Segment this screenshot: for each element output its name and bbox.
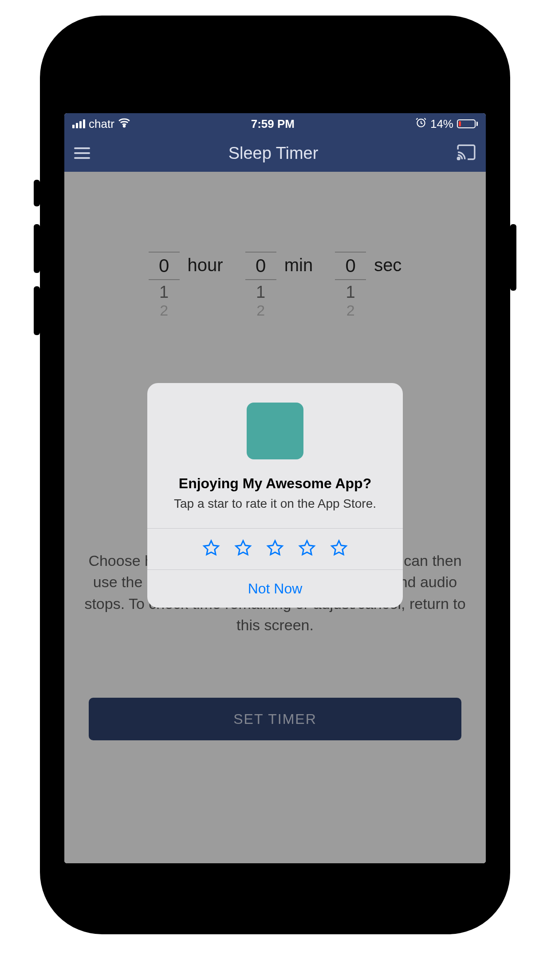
status-time: 7:59 PM — [251, 117, 295, 131]
modal-overlay: Enjoying My Awesome App? Tap a star to r… — [64, 172, 486, 863]
status-right: 14% — [415, 117, 478, 131]
star-icon[interactable] — [202, 539, 220, 559]
star-icon[interactable] — [266, 539, 284, 559]
app-icon — [247, 403, 303, 459]
menu-icon[interactable] — [74, 147, 90, 159]
star-icon[interactable] — [330, 539, 348, 559]
page-title: Sleep Timer — [228, 144, 319, 163]
signal-icon — [72, 119, 85, 128]
not-now-label: Not Now — [248, 581, 303, 597]
status-left: chatr — [72, 116, 130, 132]
status-bar: chatr 7:59 PM 14% — [64, 113, 486, 134]
dialog-title: Enjoying My Awesome App? — [165, 475, 385, 492]
wifi-icon — [118, 116, 130, 132]
device-side-button — [34, 180, 40, 206]
nav-bar: Sleep Timer — [64, 134, 486, 172]
svg-point-2 — [457, 158, 460, 160]
not-now-button[interactable]: Not Now — [147, 570, 403, 608]
dialog-subtitle: Tap a star to rate it on the App Store. — [165, 495, 385, 512]
battery-percent-label: 14% — [430, 117, 453, 131]
device-side-button — [34, 286, 40, 335]
device-side-button — [510, 224, 516, 291]
svg-point-0 — [123, 125, 125, 127]
screen: chatr 7:59 PM 14% Sleep Tim — [64, 113, 486, 863]
carrier-label: chatr — [89, 117, 114, 131]
alarm-icon — [415, 117, 427, 131]
cast-icon[interactable] — [457, 144, 476, 162]
content-area: 0 1 2 hour 0 1 2 min 0 — [64, 172, 486, 863]
star-icon[interactable] — [234, 539, 252, 559]
battery-icon — [457, 119, 478, 128]
rating-dialog: Enjoying My Awesome App? Tap a star to r… — [147, 383, 403, 608]
device-side-button — [34, 224, 40, 273]
star-row — [147, 528, 403, 570]
star-icon[interactable] — [298, 539, 316, 559]
device-frame: chatr 7:59 PM 14% Sleep Tim — [40, 16, 510, 934]
